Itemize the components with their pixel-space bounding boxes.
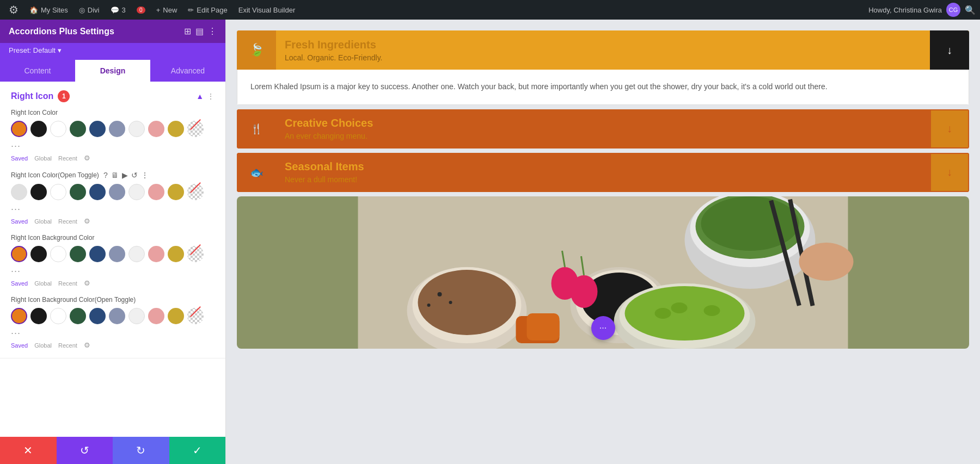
wp-logo[interactable]: ⚙: [4, 1, 23, 18]
cancel-button[interactable]: ✕: [0, 437, 57, 464]
exit-visual-builder-item[interactable]: Exit Visual Builder: [234, 4, 300, 16]
bg-swatch-transparent[interactable]: [187, 246, 204, 262]
comment-badge-item[interactable]: 0: [132, 4, 150, 16]
floating-action-button[interactable]: ···: [591, 316, 615, 340]
bg-open-swatch-pink[interactable]: [148, 308, 164, 324]
bg-saved-label[interactable]: Saved: [11, 280, 28, 287]
bg-open-recent-label[interactable]: Recent: [58, 342, 77, 349]
new-item[interactable]: + New: [152, 4, 182, 16]
bg-color-gear-icon[interactable]: ⚙: [84, 279, 90, 287]
open-color-swatch-gold[interactable]: [168, 184, 184, 200]
accordion-toggle-2[interactable]: ↓: [930, 109, 969, 149]
bg-open-color-gear-icon[interactable]: ⚙: [84, 341, 90, 349]
color-swatch-orange[interactable]: [11, 121, 27, 137]
monitor-icon[interactable]: 🖥: [111, 171, 119, 180]
global-label[interactable]: Global: [34, 155, 52, 162]
accordion-header-1[interactable]: 🍃 Fresh Ingredients Local. Organic. Eco-…: [237, 30, 969, 70]
bg-swatch-black[interactable]: [30, 246, 47, 262]
bg-open-global-label[interactable]: Global: [34, 342, 52, 349]
bg-open-swatch-white[interactable]: [50, 308, 66, 324]
accordion-toggle-1[interactable]: ↓: [930, 30, 969, 70]
bg-open-swatch-lightgray[interactable]: [128, 308, 145, 324]
cursor-icon[interactable]: ▶: [122, 171, 128, 180]
open-color-swatch-slate[interactable]: [109, 184, 125, 200]
color-swatch-black[interactable]: [30, 121, 47, 137]
bg-recent-label[interactable]: Recent: [58, 280, 77, 287]
open-color-swatch-transparent[interactable]: [187, 184, 204, 200]
bg-open-swatch-gold[interactable]: [168, 308, 184, 324]
open-global-label[interactable]: Global: [34, 218, 52, 225]
bg-swatch-green[interactable]: [70, 246, 86, 262]
color-swatch-transparent[interactable]: [187, 121, 204, 137]
tab-design[interactable]: Design: [75, 60, 150, 82]
help-icon[interactable]: ?: [103, 171, 108, 180]
more-colors-dots[interactable]: ···: [11, 140, 21, 152]
bg-swatch-orange[interactable]: [11, 246, 27, 262]
color-swatch-lightgray[interactable]: [128, 121, 145, 137]
open-color-gear-icon[interactable]: ⚙: [84, 217, 90, 225]
edit-page-item[interactable]: ✏ Edit Page: [183, 4, 231, 16]
open-color-swatch-pink[interactable]: [148, 184, 164, 200]
accordion-left-icon-3: 🐟: [237, 153, 276, 192]
open-toggle-color-swatches: ···: [11, 184, 215, 215]
bg-swatch-blue[interactable]: [89, 246, 106, 262]
accordion-header-2[interactable]: 🍴 Creative Choices An ever changing menu…: [237, 109, 969, 149]
bg-open-swatch-transparent[interactable]: [187, 308, 204, 324]
color-swatch-slate[interactable]: [109, 121, 125, 137]
comments-item[interactable]: 💬 3: [106, 4, 130, 16]
open-color-swatch-green[interactable]: [70, 184, 86, 200]
more-icon[interactable]: ⋮: [141, 171, 149, 180]
search-icon[interactable]: 🔍: [965, 5, 976, 15]
bg-swatch-white[interactable]: [50, 246, 66, 262]
bg-open-more-dots[interactable]: ···: [11, 327, 21, 339]
section-header: Right Icon 1 ▲ ⋮: [11, 90, 215, 102]
saved-label[interactable]: Saved: [11, 155, 28, 162]
open-color-swatch-gray[interactable]: [11, 184, 27, 200]
tab-advanced[interactable]: Advanced: [150, 60, 225, 82]
bg-swatch-slate[interactable]: [109, 246, 125, 262]
accordion-header-3[interactable]: 🐟 Seasonal Items Never a dull moment! ↓: [237, 153, 969, 192]
icon-color-swatches: ···: [11, 121, 215, 152]
color-swatch-white[interactable]: [50, 121, 66, 137]
color-swatch-green[interactable]: [70, 121, 86, 137]
section-more-icon[interactable]: ⋮: [207, 92, 215, 101]
sidebar-grid-icon[interactable]: ⊞: [184, 26, 191, 36]
color-gear-icon[interactable]: ⚙: [84, 154, 90, 162]
my-sites-item[interactable]: 🏠 My Sites: [25, 4, 72, 16]
open-color-swatch-blue[interactable]: [89, 184, 106, 200]
redo-button[interactable]: ↻: [113, 437, 169, 464]
sidebar-layout-icon[interactable]: ▤: [195, 26, 204, 36]
bg-open-swatch-slate[interactable]: [109, 308, 125, 324]
sidebar-more-icon[interactable]: ⋮: [208, 26, 217, 36]
bg-swatch-pink[interactable]: [148, 246, 164, 262]
recent-label[interactable]: Recent: [58, 155, 77, 162]
user-avatar[interactable]: CG: [946, 3, 960, 17]
bg-open-swatch-green[interactable]: [70, 308, 86, 324]
bg-more-colors-dots[interactable]: ···: [11, 265, 21, 277]
open-color-swatch-black[interactable]: [30, 184, 47, 200]
bg-swatch-lightgray[interactable]: [128, 246, 145, 262]
bg-open-saved-label[interactable]: Saved: [11, 342, 28, 349]
open-color-swatch-lightgray[interactable]: [128, 184, 145, 200]
divi-item[interactable]: ◎ Divi: [75, 4, 104, 16]
color-swatch-blue[interactable]: [89, 121, 106, 137]
accordion-toggle-3[interactable]: ↓: [930, 153, 969, 192]
svg-point-23: [688, 311, 704, 321]
undo-button[interactable]: ↺: [57, 437, 113, 464]
reset-icon[interactable]: ↺: [131, 171, 138, 180]
bg-global-label[interactable]: Global: [34, 280, 52, 287]
color-swatch-pink[interactable]: [148, 121, 164, 137]
open-recent-label[interactable]: Recent: [58, 218, 77, 225]
open-color-swatch-white[interactable]: [50, 184, 66, 200]
bg-open-swatch-orange[interactable]: [11, 308, 27, 324]
bg-open-swatch-blue[interactable]: [89, 308, 106, 324]
section-collapse-icon[interactable]: ▲: [196, 92, 204, 101]
save-button[interactable]: ✓: [169, 437, 226, 464]
bg-open-swatch-black[interactable]: [30, 308, 47, 324]
open-saved-label[interactable]: Saved: [11, 218, 28, 225]
sidebar-preset[interactable]: Preset: Default ▾: [0, 43, 225, 60]
tab-content[interactable]: Content: [0, 60, 75, 82]
open-more-colors-dots[interactable]: ···: [11, 203, 21, 215]
color-swatch-gold[interactable]: [168, 121, 184, 137]
bg-swatch-gold[interactable]: [168, 246, 184, 262]
